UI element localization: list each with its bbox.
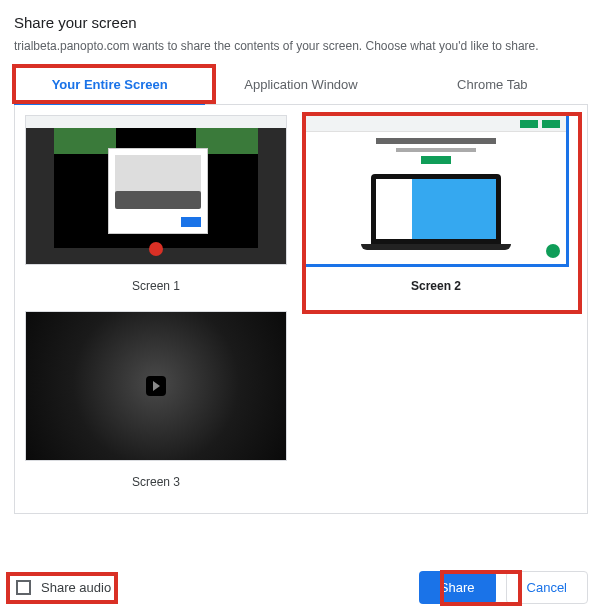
screen-label-2: Screen 2 (305, 279, 567, 293)
screen-tile-2[interactable]: Screen 2 (305, 115, 567, 293)
screen-label-1: Screen 1 (25, 279, 287, 293)
screen-thumbnail-1 (25, 115, 287, 265)
tabs: Your Entire Screen Application Window Ch… (14, 67, 588, 105)
cancel-button[interactable]: Cancel (506, 571, 588, 604)
share-audio-checkbox[interactable]: Share audio (14, 576, 119, 599)
screen-thumbnail-3 (25, 311, 287, 461)
tab-entire-screen[interactable]: Your Entire Screen (14, 67, 205, 104)
play-icon (146, 376, 166, 396)
dialog-subtitle: trialbeta.panopto.com wants to share the… (14, 39, 588, 53)
screen-tile-3[interactable]: Screen 3 (25, 311, 287, 489)
screen-thumbnail-2 (305, 115, 567, 265)
share-button[interactable]: Share (419, 571, 496, 604)
share-audio-label: Share audio (41, 580, 111, 595)
checkbox-icon (16, 580, 31, 595)
dialog-title: Share your screen (14, 14, 588, 31)
screen-tile-1[interactable]: Screen 1 (25, 115, 287, 293)
screen-label-3: Screen 3 (25, 475, 287, 489)
tab-chrome-tab[interactable]: Chrome Tab (397, 67, 588, 104)
screen-picker: Screen 1 Screen 2 Screen 3 (14, 105, 588, 514)
dialog-footer: Share audio Share Cancel (14, 571, 588, 604)
tab-application-window[interactable]: Application Window (205, 67, 396, 104)
